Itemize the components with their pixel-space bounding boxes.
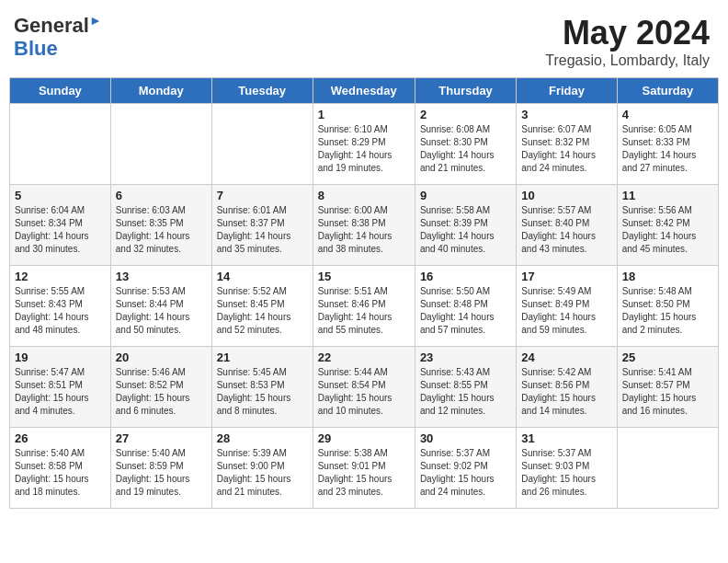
calendar-week-row: 26Sunrise: 5:40 AM Sunset: 8:58 PM Dayli…: [10, 428, 719, 509]
day-number: 14: [217, 270, 308, 283]
day-number: 13: [116, 270, 207, 283]
day-info: Sunrise: 6:01 AM Sunset: 8:37 PM Dayligh…: [217, 204, 308, 256]
calendar-cell: 8Sunrise: 6:00 AM Sunset: 8:38 PM Daylig…: [313, 185, 415, 266]
weekday-header: Thursday: [415, 78, 516, 104]
day-number: 12: [15, 270, 106, 283]
day-number: 29: [318, 431, 410, 445]
day-number: 9: [420, 189, 511, 202]
day-number: 30: [420, 431, 511, 445]
day-info: Sunrise: 5:48 AM Sunset: 8:50 PM Dayligh…: [622, 285, 713, 337]
calendar-cell: 14Sunrise: 5:52 AM Sunset: 8:45 PM Dayli…: [211, 266, 313, 347]
calendar-subtitle: Tregasio, Lombardy, Italy: [545, 52, 710, 69]
calendar-cell: 1Sunrise: 6:10 AM Sunset: 8:29 PM Daylig…: [313, 104, 415, 185]
page-header: General► Blue May 2024 Tregasio, Lombard…: [9, 9, 719, 74]
day-info: Sunrise: 5:38 AM Sunset: 9:01 PM Dayligh…: [318, 447, 410, 499]
day-info: Sunrise: 5:55 AM Sunset: 8:43 PM Dayligh…: [15, 285, 106, 337]
day-info: Sunrise: 5:45 AM Sunset: 8:53 PM Dayligh…: [217, 366, 308, 418]
day-info: Sunrise: 5:57 AM Sunset: 8:40 PM Dayligh…: [521, 204, 611, 256]
day-info: Sunrise: 6:00 AM Sunset: 8:38 PM Dayligh…: [318, 204, 410, 256]
day-number: 11: [622, 189, 713, 202]
day-info: Sunrise: 5:56 AM Sunset: 8:42 PM Dayligh…: [622, 204, 713, 256]
day-info: Sunrise: 5:40 AM Sunset: 8:58 PM Dayligh…: [15, 447, 106, 499]
day-number: 21: [217, 350, 308, 364]
day-info: Sunrise: 5:42 AM Sunset: 8:56 PM Dayligh…: [521, 366, 611, 418]
day-number: 6: [116, 189, 207, 202]
calendar-cell: 31Sunrise: 5:37 AM Sunset: 9:03 PM Dayli…: [517, 428, 617, 509]
day-number: 18: [622, 270, 713, 283]
day-info: Sunrise: 5:47 AM Sunset: 8:51 PM Dayligh…: [15, 366, 106, 418]
day-number: 1: [318, 108, 410, 121]
calendar-cell: 20Sunrise: 5:46 AM Sunset: 8:52 PM Dayli…: [110, 347, 211, 428]
day-info: Sunrise: 5:37 AM Sunset: 9:03 PM Dayligh…: [521, 447, 611, 499]
day-number: 26: [15, 431, 106, 445]
calendar-cell: 11Sunrise: 5:56 AM Sunset: 8:42 PM Dayli…: [617, 185, 718, 266]
day-number: 20: [116, 350, 207, 364]
calendar-cell: 22Sunrise: 5:44 AM Sunset: 8:54 PM Dayli…: [313, 347, 415, 428]
calendar-cell: 19Sunrise: 5:47 AM Sunset: 8:51 PM Dayli…: [10, 347, 111, 428]
calendar-cell: 5Sunrise: 6:04 AM Sunset: 8:34 PM Daylig…: [10, 185, 111, 266]
day-number: 23: [420, 350, 511, 364]
day-number: 22: [318, 350, 410, 364]
day-number: 7: [217, 189, 308, 202]
day-info: Sunrise: 5:50 AM Sunset: 8:48 PM Dayligh…: [420, 285, 511, 337]
logo: General► Blue: [14, 14, 102, 60]
calendar-cell: 4Sunrise: 6:05 AM Sunset: 8:33 PM Daylig…: [617, 104, 718, 185]
day-number: 4: [622, 108, 713, 121]
calendar-cell: 6Sunrise: 6:03 AM Sunset: 8:35 PM Daylig…: [110, 185, 211, 266]
calendar-cell: 9Sunrise: 5:58 AM Sunset: 8:39 PM Daylig…: [415, 185, 516, 266]
day-info: Sunrise: 5:51 AM Sunset: 8:46 PM Dayligh…: [318, 285, 410, 337]
calendar-week-row: 19Sunrise: 5:47 AM Sunset: 8:51 PM Dayli…: [10, 347, 719, 428]
title-section: May 2024 Tregasio, Lombardy, Italy: [545, 14, 710, 69]
calendar-cell: 13Sunrise: 5:53 AM Sunset: 8:44 PM Dayli…: [110, 266, 211, 347]
calendar-week-row: 5Sunrise: 6:04 AM Sunset: 8:34 PM Daylig…: [10, 185, 719, 266]
calendar-week-row: 1Sunrise: 6:10 AM Sunset: 8:29 PM Daylig…: [10, 104, 719, 185]
day-number: 2: [420, 108, 511, 121]
day-info: Sunrise: 5:39 AM Sunset: 9:00 PM Dayligh…: [217, 447, 308, 499]
calendar-cell: [10, 104, 111, 185]
day-number: 5: [15, 189, 106, 202]
calendar-cell: 15Sunrise: 5:51 AM Sunset: 8:46 PM Dayli…: [313, 266, 415, 347]
calendar-cell: 29Sunrise: 5:38 AM Sunset: 9:01 PM Dayli…: [313, 428, 415, 509]
calendar-cell: 28Sunrise: 5:39 AM Sunset: 9:00 PM Dayli…: [211, 428, 313, 509]
day-number: 24: [521, 350, 611, 364]
day-info: Sunrise: 6:07 AM Sunset: 8:32 PM Dayligh…: [521, 123, 611, 175]
calendar-cell: 12Sunrise: 5:55 AM Sunset: 8:43 PM Dayli…: [10, 266, 111, 347]
calendar-cell: 3Sunrise: 6:07 AM Sunset: 8:32 PM Daylig…: [517, 104, 617, 185]
calendar-cell: [110, 104, 211, 185]
day-number: 8: [318, 189, 410, 202]
weekday-header: Monday: [110, 78, 211, 104]
calendar-cell: [211, 104, 313, 185]
day-number: 16: [420, 270, 511, 283]
calendar-cell: 2Sunrise: 6:08 AM Sunset: 8:30 PM Daylig…: [415, 104, 516, 185]
day-info: Sunrise: 6:05 AM Sunset: 8:33 PM Dayligh…: [622, 123, 713, 175]
day-number: 31: [521, 431, 611, 445]
day-info: Sunrise: 5:44 AM Sunset: 8:54 PM Dayligh…: [318, 366, 410, 418]
calendar-week-row: 12Sunrise: 5:55 AM Sunset: 8:43 PM Dayli…: [10, 266, 719, 347]
weekday-header: Tuesday: [211, 78, 313, 104]
calendar-title: May 2024: [545, 14, 710, 52]
day-number: 25: [622, 350, 713, 364]
logo-text: General►: [14, 14, 102, 38]
calendar-cell: 24Sunrise: 5:42 AM Sunset: 8:56 PM Dayli…: [517, 347, 617, 428]
day-info: Sunrise: 5:43 AM Sunset: 8:55 PM Dayligh…: [420, 366, 511, 418]
day-info: Sunrise: 5:40 AM Sunset: 8:59 PM Dayligh…: [116, 447, 207, 499]
calendar-cell: 27Sunrise: 5:40 AM Sunset: 8:59 PM Dayli…: [110, 428, 211, 509]
day-info: Sunrise: 5:52 AM Sunset: 8:45 PM Dayligh…: [217, 285, 308, 337]
day-info: Sunrise: 5:46 AM Sunset: 8:52 PM Dayligh…: [116, 366, 207, 418]
day-number: 10: [521, 189, 611, 202]
day-info: Sunrise: 5:37 AM Sunset: 9:02 PM Dayligh…: [420, 447, 511, 499]
calendar-table: SundayMondayTuesdayWednesdayThursdayFrid…: [9, 77, 719, 509]
day-info: Sunrise: 6:08 AM Sunset: 8:30 PM Dayligh…: [420, 123, 511, 175]
day-info: Sunrise: 6:03 AM Sunset: 8:35 PM Dayligh…: [116, 204, 207, 256]
day-info: Sunrise: 6:10 AM Sunset: 8:29 PM Dayligh…: [318, 123, 410, 175]
day-number: 27: [116, 431, 207, 445]
calendar-cell: 23Sunrise: 5:43 AM Sunset: 8:55 PM Dayli…: [415, 347, 516, 428]
calendar-cell: 21Sunrise: 5:45 AM Sunset: 8:53 PM Dayli…: [211, 347, 313, 428]
day-info: Sunrise: 5:58 AM Sunset: 8:39 PM Dayligh…: [420, 204, 511, 256]
calendar-cell: 30Sunrise: 5:37 AM Sunset: 9:02 PM Dayli…: [415, 428, 516, 509]
weekday-header: Sunday: [10, 78, 111, 104]
day-number: 17: [521, 270, 611, 283]
day-info: Sunrise: 5:53 AM Sunset: 8:44 PM Dayligh…: [116, 285, 207, 337]
calendar-header-row: SundayMondayTuesdayWednesdayThursdayFrid…: [10, 78, 719, 104]
day-info: Sunrise: 5:41 AM Sunset: 8:57 PM Dayligh…: [622, 366, 713, 418]
